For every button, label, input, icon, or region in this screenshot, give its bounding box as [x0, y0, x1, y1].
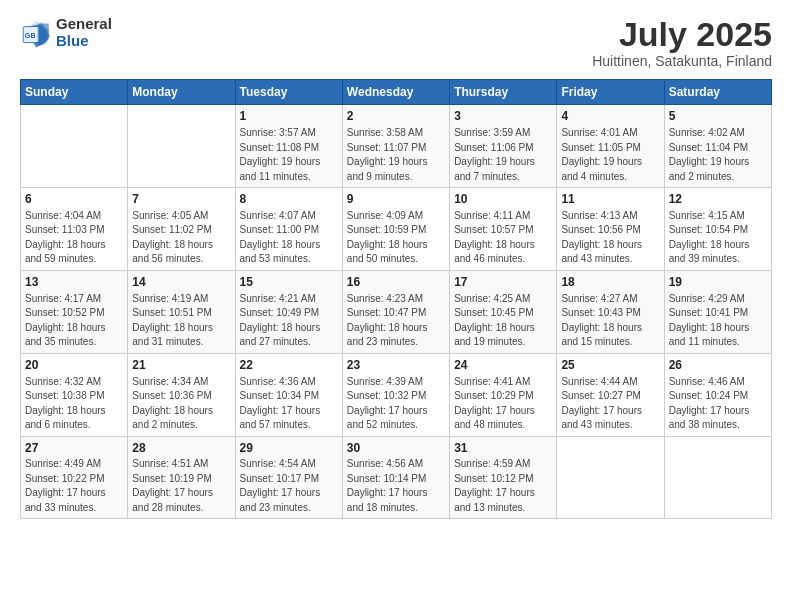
- day-cell: 22Sunrise: 4:36 AM Sunset: 10:34 PM Dayl…: [235, 353, 342, 436]
- day-number: 16: [347, 274, 445, 291]
- calendar-body: 1Sunrise: 3:57 AM Sunset: 11:08 PM Dayli…: [21, 105, 772, 519]
- day-number: 23: [347, 357, 445, 374]
- calendar-table: Sunday Monday Tuesday Wednesday Thursday…: [20, 79, 772, 519]
- day-cell: 21Sunrise: 4:34 AM Sunset: 10:36 PM Dayl…: [128, 353, 235, 436]
- day-info: Sunrise: 4:46 AM Sunset: 10:24 PM Daylig…: [669, 375, 767, 433]
- day-cell: 9Sunrise: 4:09 AM Sunset: 10:59 PM Dayli…: [342, 188, 449, 271]
- day-cell: 20Sunrise: 4:32 AM Sunset: 10:38 PM Dayl…: [21, 353, 128, 436]
- day-number: 14: [132, 274, 230, 291]
- day-cell: 23Sunrise: 4:39 AM Sunset: 10:32 PM Dayl…: [342, 353, 449, 436]
- day-number: 17: [454, 274, 552, 291]
- day-cell: 1Sunrise: 3:57 AM Sunset: 11:08 PM Dayli…: [235, 105, 342, 188]
- day-number: 3: [454, 108, 552, 125]
- day-number: 5: [669, 108, 767, 125]
- day-cell: 12Sunrise: 4:15 AM Sunset: 10:54 PM Dayl…: [664, 188, 771, 271]
- calendar-header: Sunday Monday Tuesday Wednesday Thursday…: [21, 80, 772, 105]
- day-cell: 16Sunrise: 4:23 AM Sunset: 10:47 PM Dayl…: [342, 270, 449, 353]
- main-title: July 2025: [592, 16, 772, 53]
- day-number: 4: [561, 108, 659, 125]
- week-row-4: 20Sunrise: 4:32 AM Sunset: 10:38 PM Dayl…: [21, 353, 772, 436]
- day-cell: 29Sunrise: 4:54 AM Sunset: 10:17 PM Dayl…: [235, 436, 342, 519]
- day-number: 1: [240, 108, 338, 125]
- day-info: Sunrise: 4:11 AM Sunset: 10:57 PM Daylig…: [454, 209, 552, 267]
- day-cell: 10Sunrise: 4:11 AM Sunset: 10:57 PM Dayl…: [450, 188, 557, 271]
- day-cell: 17Sunrise: 4:25 AM Sunset: 10:45 PM Dayl…: [450, 270, 557, 353]
- day-number: 10: [454, 191, 552, 208]
- col-saturday: Saturday: [664, 80, 771, 105]
- logo-text: General Blue: [56, 16, 112, 49]
- day-cell: 24Sunrise: 4:41 AM Sunset: 10:29 PM Dayl…: [450, 353, 557, 436]
- day-info: Sunrise: 4:09 AM Sunset: 10:59 PM Daylig…: [347, 209, 445, 267]
- day-number: 2: [347, 108, 445, 125]
- day-info: Sunrise: 4:02 AM Sunset: 11:04 PM Daylig…: [669, 126, 767, 184]
- day-number: 25: [561, 357, 659, 374]
- day-cell: [664, 436, 771, 519]
- page: GB General Blue July 2025 Huittinen, Sat…: [0, 0, 792, 612]
- day-number: 24: [454, 357, 552, 374]
- day-info: Sunrise: 4:39 AM Sunset: 10:32 PM Daylig…: [347, 375, 445, 433]
- day-info: Sunrise: 3:59 AM Sunset: 11:06 PM Daylig…: [454, 126, 552, 184]
- day-number: 12: [669, 191, 767, 208]
- day-cell: 11Sunrise: 4:13 AM Sunset: 10:56 PM Dayl…: [557, 188, 664, 271]
- day-cell: 19Sunrise: 4:29 AM Sunset: 10:41 PM Dayl…: [664, 270, 771, 353]
- day-info: Sunrise: 4:29 AM Sunset: 10:41 PM Daylig…: [669, 292, 767, 350]
- day-cell: 31Sunrise: 4:59 AM Sunset: 10:12 PM Dayl…: [450, 436, 557, 519]
- week-row-2: 6Sunrise: 4:04 AM Sunset: 11:03 PM Dayli…: [21, 188, 772, 271]
- day-number: 13: [25, 274, 123, 291]
- day-number: 21: [132, 357, 230, 374]
- day-number: 18: [561, 274, 659, 291]
- subtitle: Huittinen, Satakunta, Finland: [592, 53, 772, 69]
- day-info: Sunrise: 4:34 AM Sunset: 10:36 PM Daylig…: [132, 375, 230, 433]
- day-number: 27: [25, 440, 123, 457]
- day-cell: 5Sunrise: 4:02 AM Sunset: 11:04 PM Dayli…: [664, 105, 771, 188]
- day-cell: 8Sunrise: 4:07 AM Sunset: 11:00 PM Dayli…: [235, 188, 342, 271]
- logo-icon: GB: [20, 17, 52, 49]
- day-info: Sunrise: 4:56 AM Sunset: 10:14 PM Daylig…: [347, 457, 445, 515]
- day-info: Sunrise: 4:07 AM Sunset: 11:00 PM Daylig…: [240, 209, 338, 267]
- header: GB General Blue July 2025 Huittinen, Sat…: [20, 16, 772, 69]
- day-info: Sunrise: 4:17 AM Sunset: 10:52 PM Daylig…: [25, 292, 123, 350]
- day-number: 11: [561, 191, 659, 208]
- day-number: 15: [240, 274, 338, 291]
- day-cell: [128, 105, 235, 188]
- day-info: Sunrise: 4:27 AM Sunset: 10:43 PM Daylig…: [561, 292, 659, 350]
- day-cell: 26Sunrise: 4:46 AM Sunset: 10:24 PM Dayl…: [664, 353, 771, 436]
- col-friday: Friday: [557, 80, 664, 105]
- svg-text:GB: GB: [25, 30, 36, 39]
- day-info: Sunrise: 4:13 AM Sunset: 10:56 PM Daylig…: [561, 209, 659, 267]
- day-info: Sunrise: 4:44 AM Sunset: 10:27 PM Daylig…: [561, 375, 659, 433]
- day-number: 29: [240, 440, 338, 457]
- day-cell: 13Sunrise: 4:17 AM Sunset: 10:52 PM Dayl…: [21, 270, 128, 353]
- day-info: Sunrise: 4:01 AM Sunset: 11:05 PM Daylig…: [561, 126, 659, 184]
- day-cell: 27Sunrise: 4:49 AM Sunset: 10:22 PM Dayl…: [21, 436, 128, 519]
- day-info: Sunrise: 4:25 AM Sunset: 10:45 PM Daylig…: [454, 292, 552, 350]
- day-cell: 7Sunrise: 4:05 AM Sunset: 11:02 PM Dayli…: [128, 188, 235, 271]
- day-number: 8: [240, 191, 338, 208]
- day-number: 22: [240, 357, 338, 374]
- day-number: 30: [347, 440, 445, 457]
- day-info: Sunrise: 4:54 AM Sunset: 10:17 PM Daylig…: [240, 457, 338, 515]
- day-info: Sunrise: 3:57 AM Sunset: 11:08 PM Daylig…: [240, 126, 338, 184]
- day-info: Sunrise: 4:51 AM Sunset: 10:19 PM Daylig…: [132, 457, 230, 515]
- day-cell: 4Sunrise: 4:01 AM Sunset: 11:05 PM Dayli…: [557, 105, 664, 188]
- col-thursday: Thursday: [450, 80, 557, 105]
- day-info: Sunrise: 4:15 AM Sunset: 10:54 PM Daylig…: [669, 209, 767, 267]
- day-info: Sunrise: 4:23 AM Sunset: 10:47 PM Daylig…: [347, 292, 445, 350]
- col-monday: Monday: [128, 80, 235, 105]
- col-sunday: Sunday: [21, 80, 128, 105]
- logo-blue-text: Blue: [56, 33, 112, 50]
- day-cell: 3Sunrise: 3:59 AM Sunset: 11:06 PM Dayli…: [450, 105, 557, 188]
- logo-general-text: General: [56, 16, 112, 33]
- day-number: 19: [669, 274, 767, 291]
- day-cell: [21, 105, 128, 188]
- day-info: Sunrise: 4:41 AM Sunset: 10:29 PM Daylig…: [454, 375, 552, 433]
- day-number: 6: [25, 191, 123, 208]
- col-wednesday: Wednesday: [342, 80, 449, 105]
- day-info: Sunrise: 4:05 AM Sunset: 11:02 PM Daylig…: [132, 209, 230, 267]
- title-block: July 2025 Huittinen, Satakunta, Finland: [592, 16, 772, 69]
- day-number: 26: [669, 357, 767, 374]
- day-cell: [557, 436, 664, 519]
- week-row-5: 27Sunrise: 4:49 AM Sunset: 10:22 PM Dayl…: [21, 436, 772, 519]
- day-cell: 2Sunrise: 3:58 AM Sunset: 11:07 PM Dayli…: [342, 105, 449, 188]
- day-info: Sunrise: 3:58 AM Sunset: 11:07 PM Daylig…: [347, 126, 445, 184]
